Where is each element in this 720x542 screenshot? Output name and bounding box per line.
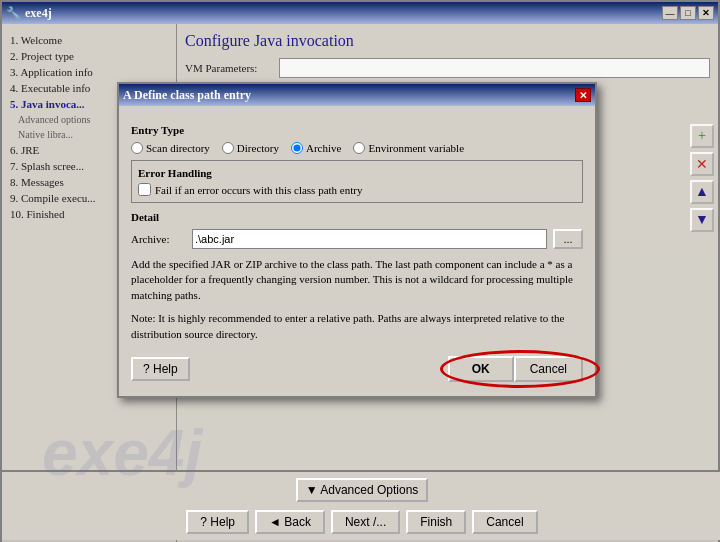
bottom-row1: ▼ Advanced Options — [2, 472, 720, 506]
maximize-button[interactable]: □ — [680, 6, 696, 20]
right-buttons: + ✕ ▲ ▼ — [690, 124, 714, 232]
dialog-title: A Define class path entry — [123, 88, 251, 103]
radio-archive[interactable]: Archive — [291, 142, 341, 154]
archive-label: Archive: — [131, 233, 186, 245]
browse-button[interactable]: ... — [553, 229, 583, 249]
radio-env-variable[interactable]: Environment variable — [353, 142, 464, 154]
panel-title: Configure Java invocation — [185, 32, 710, 50]
error-checkbox[interactable] — [138, 183, 151, 196]
up-button[interactable]: ▲ — [690, 180, 714, 204]
main-window: 🔧 exe4j — □ ✕ 1. Welcome 2. Project type… — [0, 0, 720, 542]
title-bar-left: 🔧 exe4j — [6, 6, 52, 21]
title-bar-controls: — □ ✕ — [662, 6, 714, 20]
next-button[interactable]: Next /... — [331, 510, 400, 534]
vm-params-input[interactable] — [279, 58, 710, 78]
detail-label: Detail — [131, 211, 583, 223]
vm-params-label: VM Parameters: — [185, 62, 275, 74]
error-checkbox-item[interactable]: Fail if an error occurs with this class … — [138, 183, 576, 196]
dialog-help-button[interactable]: ? Help — [131, 357, 190, 381]
radio-directory[interactable]: Directory — [222, 142, 279, 154]
down-button[interactable]: ▼ — [690, 208, 714, 232]
app-icon: 🔧 — [6, 6, 21, 21]
error-handling-section: Error Handling Fail if an error occurs w… — [131, 160, 583, 203]
close-button[interactable]: ✕ — [698, 6, 714, 20]
vm-params-row: VM Parameters: — [185, 58, 710, 78]
detail-section: Detail Archive: ... Add the specified JA… — [131, 211, 583, 342]
advanced-options-button[interactable]: ▼ Advanced Options — [296, 478, 429, 502]
archive-row: Archive: ... — [131, 229, 583, 249]
bottom-row2: ? Help ◄ Back Next /... Finish Cancel — [2, 506, 720, 540]
remove-button[interactable]: ✕ — [690, 152, 714, 176]
info-text-2: Note: It is highly recommended to enter … — [131, 311, 583, 342]
window-title: exe4j — [25, 6, 52, 21]
dialog-body: Entry Type Scan directory Directory Arch… — [119, 106, 595, 396]
error-checkbox-label: Fail if an error occurs with this class … — [155, 184, 362, 196]
archive-input[interactable] — [192, 229, 547, 249]
cancel-nav-button[interactable]: Cancel — [472, 510, 537, 534]
finish-button[interactable]: Finish — [406, 510, 466, 534]
sidebar-item-appinfo[interactable]: 3. Application info — [6, 64, 172, 80]
bottom-section: ▼ Advanced Options ? Help ◄ Back Next /.… — [2, 470, 720, 540]
ok-button[interactable]: OK — [448, 356, 514, 382]
radio-group-entry-type: Scan directory Directory Archive Environ… — [131, 142, 583, 154]
info-text-1: Add the specified JAR or ZIP archive to … — [131, 257, 583, 303]
sidebar-item-welcome[interactable]: 1. Welcome — [6, 32, 172, 48]
define-classpath-dialog: A Define class path entry ✕ Entry Type S… — [117, 82, 597, 398]
error-handling-label: Error Handling — [138, 167, 576, 179]
entry-type-label: Entry Type — [131, 124, 583, 136]
dialog-footer: ? Help OK Cancel — [131, 350, 583, 386]
title-bar: 🔧 exe4j — □ ✕ — [2, 2, 718, 24]
dialog-title-bar: A Define class path entry ✕ — [119, 84, 595, 106]
dialog-cancel-button[interactable]: Cancel — [514, 356, 583, 382]
dialog-close-button[interactable]: ✕ — [575, 88, 591, 102]
ok-cancel-group: OK Cancel — [448, 356, 583, 382]
back-button[interactable]: ◄ Back — [255, 510, 325, 534]
radio-scan-directory[interactable]: Scan directory — [131, 142, 210, 154]
help-nav-button[interactable]: ? Help — [186, 510, 249, 534]
add-button[interactable]: + — [690, 124, 714, 148]
sidebar-item-project[interactable]: 2. Project type — [6, 48, 172, 64]
minimize-button[interactable]: — — [662, 6, 678, 20]
